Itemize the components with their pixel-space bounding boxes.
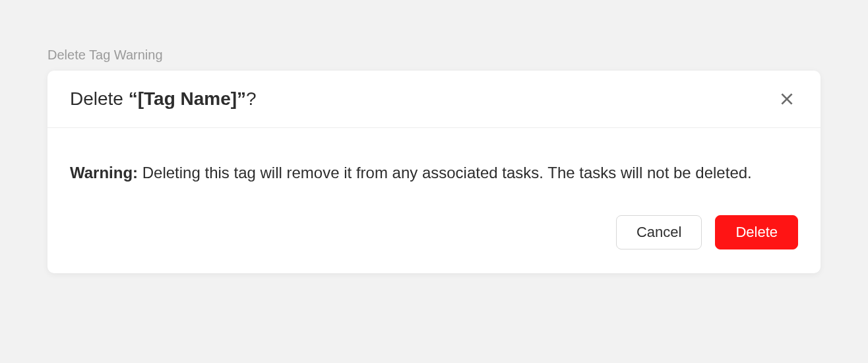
delete-tag-dialog: Delete “[Tag Name]”? Warning: Deleting t… <box>47 71 821 273</box>
dialog-footer: Cancel Delete <box>47 205 821 273</box>
dialog-title-tagname: “[Tag Name]” <box>129 88 246 109</box>
dialog-title-suffix: ? <box>246 88 257 109</box>
delete-button[interactable]: Delete <box>715 215 798 249</box>
dialog-header: Delete “[Tag Name]”? <box>47 71 821 128</box>
dialog-title: Delete “[Tag Name]”? <box>70 88 257 110</box>
close-icon <box>778 90 795 108</box>
dialog-title-prefix: Delete <box>70 88 129 109</box>
warning-body-text: Deleting this tag will remove it from an… <box>138 164 752 182</box>
dialog-body: Warning: Deleting this tag will remove i… <box>47 128 821 205</box>
caption-text: Delete Tag Warning <box>47 48 821 63</box>
cancel-button[interactable]: Cancel <box>616 215 702 249</box>
close-button[interactable] <box>776 88 798 110</box>
warning-message: Warning: Deleting this tag will remove i… <box>70 160 798 186</box>
warning-label: Warning: <box>70 164 138 182</box>
